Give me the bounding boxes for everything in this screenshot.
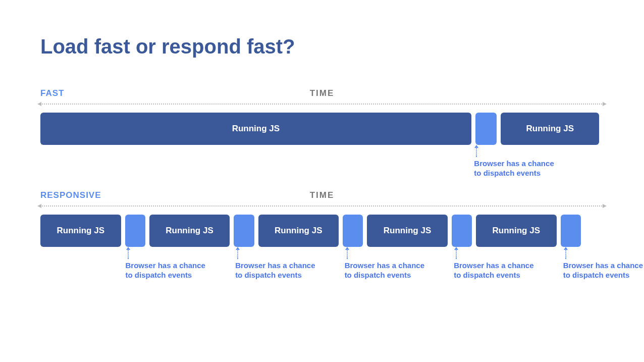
dispatch-events-annotation: Browser has a chance to dispatch events — [454, 261, 534, 280]
block-label: Running JS — [275, 226, 322, 236]
time-label-responsive: TIME — [310, 190, 335, 200]
responsive-label: RESPONSIVE — [40, 190, 101, 200]
block-label: Running JS — [166, 226, 213, 236]
fast-section: FAST TIME Running JSRunning JS Browser h… — [40, 88, 604, 145]
block-label: Running JS — [57, 226, 104, 236]
event-gap-block — [125, 215, 145, 247]
block-label: Running JS — [232, 124, 280, 134]
dispatch-events-annotation: Browser has a chance to dispatch events — [474, 159, 555, 178]
timeline-responsive — [40, 205, 604, 206]
running-js-block: Running JS — [501, 113, 599, 145]
event-gap-block — [452, 215, 472, 247]
responsive-track: Running JSRunning JSRunning JSRunning JS… — [40, 215, 604, 247]
fast-track: Running JSRunning JS — [40, 113, 604, 145]
event-gap-block — [343, 215, 363, 247]
dispatch-events-annotation: Browser has a chance to dispatch events — [235, 261, 316, 280]
block-label: Running JS — [384, 226, 431, 236]
timeline-fast — [40, 104, 604, 105]
block-label: Running JS — [526, 124, 574, 134]
fast-label: FAST — [40, 88, 64, 98]
time-label-fast: TIME — [310, 88, 335, 98]
running-js-block: Running JS — [258, 215, 339, 247]
event-gap-block — [475, 113, 497, 145]
dispatch-events-annotation: Browser has a chance to dispatch events — [563, 261, 644, 280]
running-js-block: Running JS — [367, 215, 448, 247]
responsive-section: RESPONSIVE TIME Running JSRunning JSRunn… — [40, 190, 604, 247]
block-label: Running JS — [493, 226, 540, 236]
running-js-block: Running JS — [476, 215, 557, 247]
running-js-block: Running JS — [40, 113, 471, 145]
dispatch-events-annotation: Browser has a chance to dispatch events — [345, 261, 425, 280]
event-gap-block — [234, 215, 254, 247]
running-js-block: Running JS — [40, 215, 121, 247]
event-gap-block — [561, 215, 581, 247]
dispatch-events-annotation: Browser has a chance to dispatch events — [126, 261, 206, 280]
page-title: Load fast or respond fast? — [40, 35, 604, 58]
running-js-block: Running JS — [149, 215, 230, 247]
